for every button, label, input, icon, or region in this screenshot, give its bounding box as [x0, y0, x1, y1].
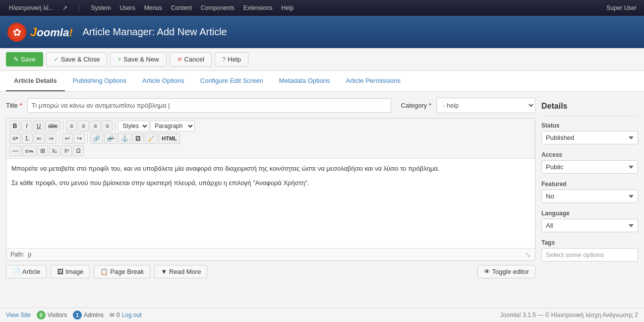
- save-button[interactable]: ✎ Save: [6, 52, 43, 66]
- separator: [87, 133, 88, 143]
- content-paragraph-2: Σε κάθε προφίλ, στο μενού που βρίσκεται …: [11, 178, 530, 189]
- title-input[interactable]: [27, 98, 391, 113]
- ol-button[interactable]: 1.: [22, 133, 33, 144]
- category-select[interactable]: - help Uncategorised Help: [436, 98, 535, 113]
- editor-toolbar-row3: — em̶ ⊞ X₂ X² Ω: [9, 145, 532, 156]
- paragraph-select[interactable]: Paragraph: [150, 121, 195, 131]
- image-button[interactable]: 🖼: [132, 133, 144, 144]
- language-label: Language: [541, 210, 638, 217]
- status-field: Status Published Unpublished Archived Tr…: [541, 122, 638, 144]
- visitors-badge: 0: [37, 311, 46, 315]
- help-icon: ?: [222, 56, 226, 63]
- bold-button[interactable]: B: [9, 121, 20, 131]
- path-label: Path: p: [10, 251, 31, 258]
- nav-system[interactable]: System: [87, 0, 115, 16]
- tab-article-options[interactable]: Article Options: [134, 71, 192, 91]
- link-button[interactable]: 🔗: [90, 133, 103, 144]
- logo-exclaim: !: [69, 26, 72, 39]
- logout-count: 0: [117, 312, 120, 315]
- align-center-button[interactable]: ≡: [78, 121, 89, 131]
- align-justify-button[interactable]: ≡: [102, 121, 113, 131]
- title-required: *: [20, 102, 22, 109]
- image-btn-label: Image: [65, 268, 83, 275]
- save-new-label: Save & New: [123, 56, 159, 63]
- language-select[interactable]: All English (UK) Greek: [541, 219, 638, 232]
- status-bar: View Site 0 Visitors 1 Admins ✉ 0 Log ou…: [0, 308, 644, 315]
- save-close-button[interactable]: ✓ Save & Close: [46, 52, 108, 66]
- details-title: Details: [541, 98, 638, 116]
- featured-select[interactable]: No Yes: [541, 190, 638, 203]
- indent-button[interactable]: ⇒: [46, 133, 57, 144]
- resize-handle[interactable]: ⤡: [525, 251, 531, 258]
- status-select[interactable]: Published Unpublished Archived Trashed: [541, 131, 638, 144]
- insert-article-button[interactable]: 📄 Article: [6, 265, 47, 278]
- editor-toolbar: B I U abc ≡ ≡ ≡ ≡ Styles Paragraph: [6, 119, 535, 159]
- hr-button[interactable]: —: [9, 145, 21, 156]
- view-site-link[interactable]: View Site: [6, 312, 31, 315]
- admins-badge-area: 1 Admins: [73, 311, 104, 315]
- insert-read-more-button[interactable]: ▼ Read More: [154, 265, 207, 278]
- save-new-button[interactable]: + Save & New: [110, 52, 166, 66]
- omega-button[interactable]: Ω: [73, 145, 84, 156]
- logout-link[interactable]: Log out: [122, 312, 142, 315]
- nav-users[interactable]: Users: [116, 0, 139, 16]
- outdent-button[interactable]: ⇐: [34, 133, 45, 144]
- nav-menus[interactable]: Menus: [140, 0, 166, 16]
- tab-configure-edit-screen[interactable]: Configure Edit Screen: [192, 71, 271, 91]
- editor-area: Title * Category * - help Uncategorised …: [6, 98, 535, 309]
- nav-help[interactable]: Help: [278, 0, 298, 16]
- external-link-icon: ↗: [59, 0, 71, 16]
- sub-button[interactable]: X₂: [49, 145, 60, 156]
- details-sidebar: Details Status Published Unpublished Arc…: [541, 98, 638, 309]
- cleanup-button[interactable]: 🧹: [145, 133, 158, 144]
- featured-label: Featured: [541, 181, 638, 188]
- insert-page-break-button[interactable]: 📋 Page Break: [94, 265, 150, 278]
- header-bar: ✿ J oomla ! Article Manager: Add New Art…: [0, 16, 644, 48]
- toggle-editor-button[interactable]: 👁 Toggle editor: [477, 265, 535, 278]
- redo-button[interactable]: ↪: [74, 133, 85, 144]
- visitors-badge-area: 0 Visitors: [37, 311, 67, 315]
- strikethrough-button[interactable]: abc: [45, 121, 60, 131]
- logout-area: ✉ 0 Log out: [110, 312, 142, 315]
- separator: [59, 133, 59, 143]
- tab-article-details[interactable]: Article Details: [6, 71, 65, 91]
- undo-button[interactable]: ↩: [62, 133, 73, 144]
- unlink-button[interactable]: 🔗: [104, 133, 117, 144]
- insert-image-button[interactable]: 🖼 Image: [51, 265, 90, 278]
- editor-wrapper: B I U abc ≡ ≡ ≡ ≡ Styles Paragraph: [6, 118, 535, 261]
- save-icon: ✎: [13, 56, 19, 63]
- tab-publishing-options[interactable]: Publishing Options: [65, 71, 134, 91]
- underline-button[interactable]: U: [33, 121, 44, 131]
- editor-content[interactable]: Μπορείτε να μεταβείτε στο προφίλ του, κα…: [6, 159, 535, 248]
- cancel-button[interactable]: ✕ Cancel: [170, 52, 212, 66]
- page-break-icon: 📋: [100, 268, 108, 275]
- ul-button[interactable]: ≡•: [9, 133, 21, 144]
- admins-label: Admins: [84, 312, 104, 315]
- mail-icon: ✉: [110, 312, 115, 315]
- italic-button[interactable]: I: [21, 121, 32, 131]
- nav-content[interactable]: Content: [167, 0, 196, 16]
- nav-extensions[interactable]: Extensions: [239, 0, 277, 16]
- nav-components[interactable]: Components: [197, 0, 238, 16]
- access-select[interactable]: Public Guest Registered Special: [541, 160, 638, 174]
- table-button[interactable]: ⊞: [37, 145, 48, 156]
- styles-select[interactable]: Styles: [118, 121, 149, 131]
- tags-label: Tags: [541, 239, 638, 246]
- align-left-button[interactable]: ≡: [66, 121, 77, 131]
- sup-button[interactable]: X²: [61, 145, 72, 156]
- joomla-flower-icon: ✿: [7, 23, 26, 42]
- toolbar: ✎ Save ✓ Save & Close + Save & New ✕ Can…: [0, 48, 644, 71]
- tab-article-permissions[interactable]: Article Permissions: [338, 71, 409, 91]
- help-button[interactable]: ? Help: [215, 52, 248, 66]
- title-label: Title *: [6, 102, 22, 109]
- site-name-link[interactable]: Ηλεκτρονική λέ...: [5, 0, 58, 16]
- article-icon: 📄: [12, 268, 20, 275]
- tab-metadata-options[interactable]: Metadata Options: [271, 71, 338, 91]
- tabs-bar: Article Details Publishing Options Artic…: [0, 71, 644, 92]
- anchor-button[interactable]: ⚓: [118, 133, 131, 144]
- html-button[interactable]: HTML: [159, 133, 180, 144]
- tags-input[interactable]: Select some options: [541, 248, 638, 261]
- align-right-button[interactable]: ≡: [90, 121, 101, 131]
- em-button[interactable]: em̶: [22, 145, 36, 156]
- language-field: Language All English (UK) Greek: [541, 210, 638, 232]
